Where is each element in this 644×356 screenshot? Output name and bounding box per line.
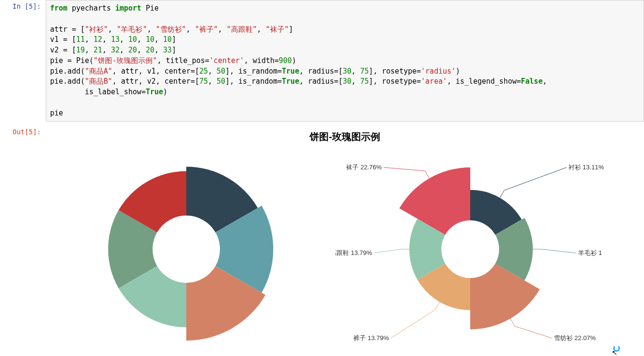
label-leader — [510, 319, 552, 339]
slice-label: 高跟鞋 13.79% — [335, 249, 372, 256]
chart-title: 饼图-玫瑰图示例 — [46, 130, 644, 143]
label-leader — [374, 249, 409, 253]
slice-label: 袜子 22.76% — [346, 164, 382, 171]
input-cell: In [5]: from pyecharts import Pie attr =… — [0, 0, 644, 122]
pie-slice[interactable] — [399, 167, 470, 235]
cursor-icon: ↖ — [612, 349, 618, 356]
chart-left[interactable] — [85, 148, 287, 352]
out-prompt: Out[5]: — [0, 126, 46, 136]
output-cell: Out[5]: 饼图-玫瑰图示例 衬衫 13.11%羊毛衫 1雪纺衫 22.07… — [0, 126, 644, 356]
slice-label: 裤子 13.79% — [353, 334, 389, 342]
output-area: 饼图-玫瑰图示例 衬衫 13.11%羊毛衫 1雪纺衫 22.07%裤子 13.7… — [46, 126, 644, 356]
pie-slice[interactable] — [470, 264, 540, 330]
charts-container: 衬衫 13.11%羊毛衫 1雪纺衫 22.07%裤子 13.79%高跟鞋 13.… — [46, 148, 644, 352]
in-prompt: In [5]: — [0, 0, 46, 10]
chart-right[interactable]: 衬衫 13.11%羊毛衫 1雪纺衫 22.07%裤子 13.79%高跟鞋 13.… — [335, 148, 605, 352]
code-input[interactable]: from pyecharts import Pie attr = ["衬衫", … — [46, 0, 644, 122]
label-leader — [533, 249, 576, 253]
slice-label: 雪纺衫 22.07% — [554, 334, 596, 342]
label-leader — [391, 302, 440, 338]
slice-label: 衬衫 13.11% — [568, 164, 604, 171]
slice-label: 羊毛衫 1 — [578, 249, 602, 256]
label-leader — [500, 167, 566, 198]
label-leader — [384, 167, 429, 178]
